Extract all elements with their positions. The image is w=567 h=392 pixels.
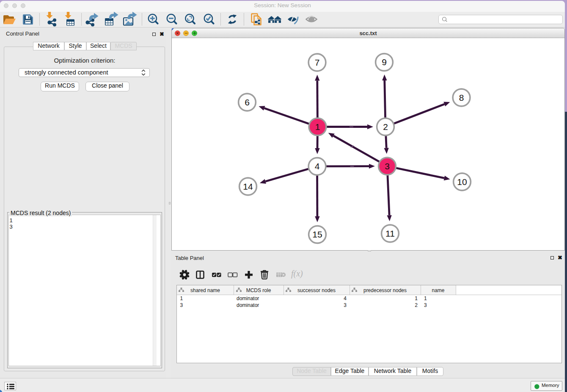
svg-text:2: 2 [383,122,388,132]
svg-text:11: 11 [385,229,395,238]
svg-text:10: 10 [457,177,467,187]
svg-text:9: 9 [382,57,387,67]
svg-text:14: 14 [243,182,253,191]
svg-text:3: 3 [385,161,390,171]
svg-text:1: 1 [315,122,320,132]
svg-text:15: 15 [312,229,322,239]
svg-text:6: 6 [245,97,250,107]
svg-text:7: 7 [315,58,320,67]
svg-text:4: 4 [315,161,320,171]
svg-text:8: 8 [459,93,464,102]
